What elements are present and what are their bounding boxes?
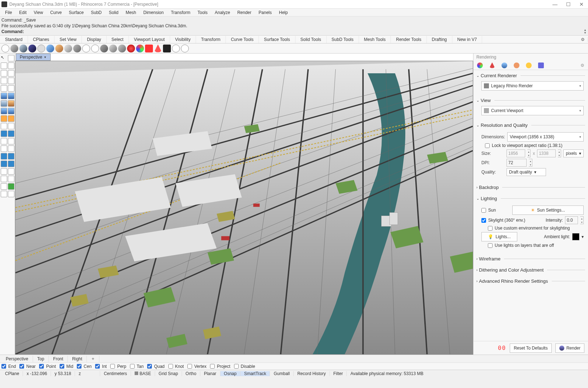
- move-icon[interactable]: [1, 138, 7, 144]
- ambient-color-swatch[interactable]: [572, 233, 579, 240]
- menu-view[interactable]: View: [30, 9, 47, 16]
- materials-icon[interactable]: [477, 63, 483, 68]
- osnap-disable-checkbox[interactable]: [234, 364, 239, 369]
- ground-plane-icon[interactable]: [514, 63, 519, 68]
- render-mode-technical-icon[interactable]: [46, 45, 54, 52]
- toggle-shade-icon[interactable]: [100, 45, 108, 52]
- status-cplane[interactable]: CPlane: [1, 371, 23, 376]
- tab-subd-tools[interactable]: SubD Tools: [327, 36, 359, 43]
- view-dropdown[interactable]: Current Viewport ▾: [481, 106, 584, 115]
- point-icon[interactable]: [1, 123, 7, 129]
- lights-on-layers-checkbox[interactable]: [488, 243, 493, 248]
- osnap-mid-checkbox[interactable]: [60, 364, 64, 369]
- status-toggle-record-history[interactable]: Record History: [294, 371, 330, 376]
- renderer-dropdown[interactable]: Legacy Rhino Render ▾: [481, 81, 584, 91]
- menu-help[interactable]: Help: [275, 9, 291, 16]
- sun-settings-button[interactable]: ☀Sun Settings...: [512, 205, 584, 215]
- show-icon[interactable]: [8, 183, 14, 190]
- monitor-icon[interactable]: [163, 45, 171, 52]
- sun-icon[interactable]: [526, 63, 532, 68]
- menu-mesh[interactable]: Mesh: [122, 9, 140, 16]
- extrude-icon[interactable]: [8, 108, 14, 114]
- render-button[interactable]: Render: [555, 343, 584, 353]
- arc-icon[interactable]: [8, 70, 14, 77]
- maximize-button[interactable]: ☐: [566, 1, 571, 7]
- add-view-icon[interactable]: ✦: [87, 356, 99, 362]
- render-mode-shaded-icon[interactable]: [10, 45, 18, 52]
- osnap-perp-checkbox[interactable]: [110, 364, 115, 369]
- status-toggle-smarttrack[interactable]: SmartTrack: [241, 371, 270, 376]
- minimize-button[interactable]: —: [552, 1, 557, 7]
- join-icon[interactable]: [1, 161, 7, 167]
- split-icon[interactable]: [8, 153, 14, 160]
- viewport-tab[interactable]: Perspective ▼: [16, 54, 51, 61]
- lasso-icon[interactable]: [8, 55, 14, 61]
- section-view[interactable]: ⌄View: [476, 96, 585, 105]
- osnap-tan-checkbox[interactable]: [130, 364, 135, 369]
- reset-defaults-button[interactable]: Reset To Defaults: [510, 343, 552, 353]
- render-mode-rendered-icon[interactable]: [19, 45, 27, 52]
- menu-panels[interactable]: Panels: [255, 9, 275, 16]
- tab-new-in-v7[interactable]: New in V7: [452, 36, 482, 43]
- mesh-icon[interactable]: [1, 115, 7, 122]
- render-mode-wireframe-icon[interactable]: [1, 45, 9, 52]
- rectangle-icon[interactable]: [1, 78, 7, 84]
- mesh2-icon[interactable]: [8, 115, 14, 122]
- menu-dimension[interactable]: Dimension: [140, 9, 167, 16]
- section-dithering[interactable]: ›Dithering and Color Adjustment: [476, 266, 585, 274]
- section-resolution[interactable]: ⌄Resolution and Quality: [476, 121, 585, 129]
- osnap-quad-checkbox[interactable]: [147, 364, 152, 369]
- units-dropdown[interactable]: pixels▾: [563, 149, 584, 157]
- status-toggle-filter[interactable]: Filter: [330, 371, 347, 376]
- ambient-dropdown-icon[interactable]: ▾: [582, 234, 584, 239]
- color-icon[interactable]: [136, 45, 144, 52]
- status-units[interactable]: Centimeters: [100, 371, 131, 376]
- environments-icon[interactable]: [489, 63, 495, 68]
- section-backdrop[interactable]: ›Backdrop: [476, 183, 585, 191]
- menu-subd[interactable]: SubD: [87, 9, 105, 16]
- height-spinner[interactable]: ▴▾: [558, 149, 561, 157]
- dim-icon[interactable]: [1, 130, 7, 137]
- raytrace-icon[interactable]: [118, 45, 126, 52]
- osnap-point-checkbox[interactable]: [39, 364, 44, 369]
- layer-icon[interactable]: [1, 176, 7, 182]
- status-toggle-ortho[interactable]: Ortho: [182, 371, 200, 376]
- section-current-renderer[interactable]: ⌄Current Renderer: [476, 71, 585, 80]
- menu-analyze[interactable]: Analyze: [211, 9, 234, 16]
- menu-tools[interactable]: Tools: [194, 9, 211, 16]
- menu-curve[interactable]: Curve: [47, 9, 65, 16]
- ellipse-icon[interactable]: [8, 78, 14, 84]
- curve-icon[interactable]: [1, 85, 7, 92]
- dpi-input[interactable]: 72: [507, 159, 527, 167]
- status-toggle-gumball[interactable]: Gumball: [270, 371, 294, 376]
- menu-edit[interactable]: Edit: [15, 9, 30, 16]
- menu-transform[interactable]: Transform: [167, 9, 194, 16]
- tab-cplanes[interactable]: CPlanes: [28, 36, 55, 43]
- panel-gear-icon[interactable]: ⚙: [580, 63, 584, 68]
- tab-curve-tools[interactable]: Curve Tools: [226, 36, 259, 43]
- osnap-vertex-checkbox[interactable]: [187, 364, 192, 369]
- menu-solid[interactable]: Solid: [105, 9, 122, 16]
- custom-env-checkbox[interactable]: [488, 226, 493, 231]
- cube-icon[interactable]: [181, 45, 189, 52]
- osnap-near-checkbox[interactable]: [19, 364, 24, 369]
- stop-icon[interactable]: [145, 45, 153, 52]
- explode-icon[interactable]: [8, 161, 14, 167]
- textures-icon[interactable]: [501, 63, 507, 68]
- view-tab-front[interactable]: Front: [49, 356, 68, 362]
- dimensions-dropdown[interactable]: Viewport (1856 x 1338)▾: [507, 132, 584, 142]
- intensity-input[interactable]: 0.0: [565, 216, 578, 224]
- render-preview-icon[interactable]: [109, 45, 117, 52]
- flat-shade-icon[interactable]: [82, 45, 90, 52]
- scale-icon[interactable]: [8, 146, 14, 152]
- height-input[interactable]: 1338: [537, 149, 556, 157]
- ungroup-icon[interactable]: [8, 168, 14, 175]
- render-mode-arctic-icon[interactable]: [73, 45, 81, 52]
- freeform-icon[interactable]: [8, 85, 14, 92]
- cylinder-icon[interactable]: [1, 100, 7, 107]
- close-button[interactable]: ✕: [579, 1, 584, 7]
- lock-icon[interactable]: [1, 191, 7, 197]
- render-icon[interactable]: [538, 63, 544, 68]
- view-tab-top[interactable]: Top: [33, 356, 49, 362]
- group-icon[interactable]: [1, 168, 7, 175]
